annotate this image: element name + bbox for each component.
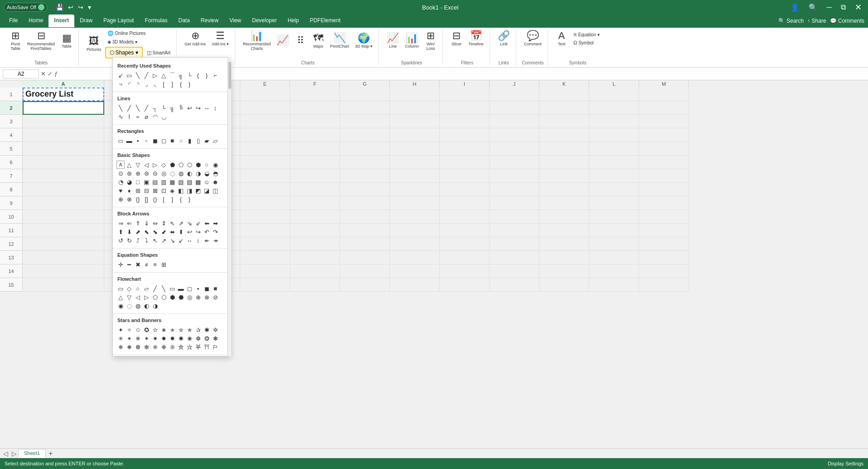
cell-M1[interactable] [639,88,689,101]
shape-item[interactable]: ▷ [151,161,159,169]
shape-item[interactable]: ◐ [185,169,194,177]
smartart-button[interactable]: ◫ SmartArt [145,49,173,57]
panel-scrollbar[interactable] [228,57,231,292]
shape-item[interactable]: ▷ [151,71,159,79]
shape-item[interactable]: ▱ [142,284,150,292]
cell-M13[interactable] [639,251,689,264]
shape-item[interactable]: ⊞ [134,186,142,195]
shape-item[interactable]: } [185,195,194,203]
cell-K6[interactable] [539,156,589,169]
insert-function-button[interactable]: ƒ [54,70,58,77]
shape-item[interactable]: ━ [125,260,133,269]
cell-L8[interactable] [589,183,639,196]
shape-item[interactable]: ◒ [203,169,211,177]
cell-F1[interactable] [290,88,340,101]
cell-A12[interactable] [23,237,104,251]
shape-item[interactable]: ↪ [194,104,202,112]
cell-H10[interactable] [390,210,440,224]
cell-K13[interactable] [539,251,589,264]
shape-item[interactable]: ◧ [177,186,185,195]
shape-item[interactable]: ➡ [211,219,219,227]
table-button[interactable]: ▦ Table [58,32,75,50]
cell-L7[interactable] [589,169,639,183]
shape-item[interactable]: ╱ [151,284,159,292]
shape-item[interactable]: ◇ [125,284,133,292]
cell-M6[interactable] [639,156,689,169]
comments-button[interactable]: 💬 Comments [830,18,864,24]
cell-M14[interactable] [639,264,689,278]
shape-item[interactable]: ↷ [211,228,219,236]
shape-item[interactable]: ↩ [185,104,194,112]
cell-K1[interactable] [539,88,589,101]
cell-L3[interactable] [589,115,639,128]
cell-I12[interactable] [440,237,490,251]
shape-item[interactable]: △ [125,161,133,169]
shape-item[interactable]: ○ [203,161,211,169]
shape-item[interactable]: ↔ [203,104,211,112]
shape-item[interactable]: ▰ [203,137,211,145]
shape-item[interactable]: ☺ [203,178,211,186]
cell-J6[interactable] [490,156,539,169]
shape-item[interactable]: ◠ [151,112,159,121]
shape-item[interactable]: ⬅ [203,219,211,227]
search-ribbon-button[interactable]: 🔍 [806,3,820,12]
cell-L15[interactable] [589,278,639,292]
tab-formulas[interactable]: Formulas [139,15,173,27]
cell-G15[interactable] [340,278,390,292]
cell-J4[interactable] [490,128,539,142]
col-header-H[interactable]: H [390,80,440,88]
shape-item[interactable]: ╲ [160,284,168,292]
cell-M8[interactable] [639,183,689,196]
symbol-button[interactable]: Ω Symbol [571,39,602,46]
cell-H9[interactable] [390,196,440,210]
shape-item[interactable]: ↔ [185,236,194,244]
shape-item[interactable]: ↺ [116,236,125,244]
cell-M15[interactable] [639,278,689,292]
cell-L9[interactable] [589,196,639,210]
customize-qa-button[interactable]: ▾ [86,3,93,12]
shape-item[interactable]: ⤴ [134,236,142,244]
tab-developer[interactable]: Developer [247,15,282,27]
cell-E9[interactable] [240,196,290,210]
cell-E11[interactable] [240,224,290,237]
cell-M5[interactable] [639,142,689,156]
shape-item[interactable]: ⊚ [125,169,133,177]
shape-item[interactable]: ✖ [134,260,142,269]
shape-item[interactable]: ▥ [160,178,168,186]
shape-item[interactable]: ╲ [134,71,142,79]
shape-item[interactable]: △ [160,71,168,79]
cell-A9[interactable] [23,196,104,210]
shape-item[interactable]: ⊙ [116,169,125,177]
shape-item[interactable]: ⤵ [142,236,150,244]
cell-H3[interactable] [390,115,440,128]
cell-J13[interactable] [490,251,539,264]
shape-item[interactable]: ≡ [151,260,159,269]
cell-H15[interactable] [390,278,440,292]
cell-K2[interactable] [539,101,589,115]
shape-item[interactable]: ╲ [134,104,142,112]
shape-item[interactable]: ◟ [151,80,159,88]
confirm-formula-button[interactable]: ✓ [48,70,53,77]
cell-F12[interactable] [290,237,340,251]
cell-G5[interactable] [340,142,390,156]
shape-item[interactable]: ≠ [142,260,150,269]
shape-item[interactable]: ▯ [194,137,202,145]
shape-item[interactable]: { [194,71,202,79]
tab-draw[interactable]: Draw [74,15,98,27]
cell-J3[interactable] [490,115,539,128]
cell-M7[interactable] [639,169,689,183]
shape-item[interactable]: ⊝ [151,169,159,177]
cell-H13[interactable] [390,251,440,264]
shape-item[interactable]: ▪ [134,137,142,145]
shape-item[interactable]: ⊟ [142,186,150,195]
cell-F5[interactable] [290,142,340,156]
cell-E10[interactable] [240,210,290,224]
shape-item[interactable]: ↙ [116,71,125,79]
cell-E14[interactable] [240,264,290,278]
cell-I2[interactable] [440,101,490,115]
row-header-2[interactable]: 2 [0,101,22,115]
cell-M9[interactable] [639,196,689,210]
shape-item[interactable]: ] [168,195,176,203]
pivot-table-button[interactable]: ⊞ PivotTable [7,29,24,52]
cell-J9[interactable] [490,196,539,210]
